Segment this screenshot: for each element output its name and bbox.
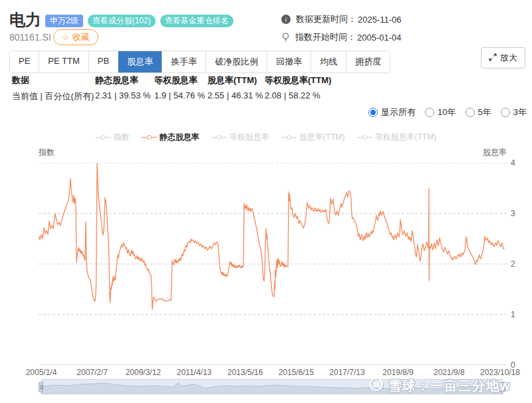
- x-tick-label: 2021/9/8: [434, 368, 465, 377]
- y-tick-label: 2: [511, 259, 515, 269]
- legend-marker-icon: [142, 135, 157, 140]
- x-tick-label: 2011/4/13: [177, 368, 212, 377]
- range-option-10y[interactable]: 10年: [425, 106, 456, 118]
- legend-marker-icon: [211, 135, 227, 140]
- y-tick-label: 1: [511, 310, 515, 319]
- chart-legend: 指数 静态股息率 等权股息率 股息率(TTM) 等权股息率(TTM): [0, 132, 532, 143]
- watermark-text: 雪球：一亩三分地w: [388, 377, 511, 395]
- x-tick-label: 2009/3/12: [126, 368, 161, 377]
- tab-pe[interactable]: PE: [10, 51, 39, 72]
- radio-icon: [368, 108, 378, 117]
- metric-value: 2.55 | 46.31 %: [207, 90, 265, 100]
- x-tick-label: 2015/6/15: [279, 368, 314, 377]
- legend-item-dividend-yield-ttm[interactable]: 股息率(TTM): [281, 132, 345, 143]
- badge-view-constituents[interactable]: 查看成分股(102): [88, 15, 156, 27]
- tab-below-book-ratio[interactable]: 破净股比例: [206, 51, 267, 72]
- range-option-3y[interactable]: 3年: [501, 106, 527, 118]
- chart-plot-area[interactable]: [39, 163, 507, 365]
- index-valuation-page: 电力 申万2级 查看成分股(102) 查看基金重仓排名 801161.SI ☆ …: [0, 0, 532, 403]
- left-axis-caption: 指数: [39, 147, 55, 158]
- data-update-time-value: 2025-11-06: [358, 15, 402, 25]
- x-tick-label: 2005/1/4: [26, 368, 57, 377]
- favorite-button[interactable]: ☆ 收藏: [53, 29, 98, 45]
- tab-dividend-yield[interactable]: 股息率: [118, 51, 162, 72]
- index-start-time-label: 指数开始时间：: [295, 31, 356, 43]
- metric-name: 股息率(TTM): [207, 74, 265, 86]
- index-start-time-value: 2005-01-04: [357, 33, 402, 43]
- expand-icon: [489, 53, 497, 63]
- info-icon: i: [281, 15, 291, 24]
- enlarge-label: 放大: [500, 52, 517, 64]
- legend-item-equal-weight-dividend-yield-ttm[interactable]: 等权股息率(TTM): [357, 132, 437, 143]
- x-tick-label: 2007/2/7: [76, 368, 108, 377]
- legend-marker-icon: [96, 135, 111, 140]
- summary-table: 数据 当前值 | 百分位(所有) 静态股息率 2.31 | 39.53 % 等权…: [12, 74, 344, 102]
- page-title: 电力: [9, 9, 41, 31]
- metric-value: 2.08 | 58.22 %: [265, 90, 344, 100]
- enlarge-button[interactable]: 放大: [481, 47, 525, 68]
- radio-icon: [501, 108, 510, 117]
- range-selector: 显示所有 10年 5年 3年: [368, 106, 527, 118]
- tab-drawdown-rate[interactable]: 回撤率: [267, 51, 311, 72]
- metric-tabbar: PE PE TTM PB 股息率 换手率 破净股比例 回撤率 均线 拥挤度: [9, 51, 390, 73]
- x-tick-label: 2023/10/18: [480, 368, 520, 377]
- favorite-label: 收藏: [72, 31, 90, 43]
- summary-row-header: 数据: [12, 74, 95, 86]
- watermark: 雪球：一亩三分地w: [369, 377, 511, 395]
- summary-row-subheader: 当前值 | 百分位(所有): [12, 90, 95, 102]
- dividend-chart-svg: [39, 163, 507, 365]
- badge-shenwan-level2[interactable]: 申万2级: [45, 15, 83, 27]
- range-option-5y[interactable]: 5年: [466, 106, 491, 118]
- metric-value: 1.9 | 54.76 %: [154, 90, 207, 100]
- legend-item-static-dividend-yield[interactable]: 静态股息率: [142, 132, 200, 143]
- legend-marker-icon: [281, 135, 297, 140]
- bulb-icon: [281, 33, 290, 43]
- star-icon: ☆: [62, 33, 70, 43]
- navigator-left-handle[interactable]: [39, 382, 43, 392]
- info-panel: i 数据更新时间：2025-11-06 指数开始时间：2005-01-04: [281, 13, 402, 49]
- metric-value: 2.31 | 39.53 %: [95, 90, 154, 100]
- radio-icon: [425, 108, 434, 117]
- tab-turnover-rate[interactable]: 换手率: [162, 51, 206, 72]
- tab-crowdedness[interactable]: 拥挤度: [346, 51, 390, 72]
- badge-group: 申万2级 查看成分股(102) 查看基金重仓排名: [45, 15, 233, 27]
- metric-name: 等权股息率: [154, 74, 207, 86]
- legend-item-index[interactable]: 指数: [96, 132, 130, 143]
- range-option-all[interactable]: 显示所有: [368, 106, 416, 118]
- x-tick-label: 2013/5/16: [227, 368, 263, 377]
- x-tick-label: 2019/8/9: [382, 368, 414, 377]
- metric-name: 静态股息率: [95, 74, 154, 86]
- index-code: 801161.SI: [9, 32, 51, 43]
- badge-view-fund-holdings-rank[interactable]: 查看基金重仓排名: [160, 15, 233, 27]
- legend-item-equal-weight-dividend-yield[interactable]: 等权股息率: [211, 132, 269, 143]
- tab-pb[interactable]: PB: [89, 51, 118, 72]
- legend-marker-icon: [357, 135, 372, 140]
- x-tick-label: 2017/7/13: [329, 368, 364, 377]
- radio-icon: [466, 108, 475, 117]
- right-axis-caption: 股息率: [483, 147, 507, 158]
- data-update-time-label: 数据更新时间：: [296, 13, 356, 25]
- tab-pe-ttm[interactable]: PE TTM: [39, 51, 88, 72]
- tab-moving-average[interactable]: 均线: [311, 51, 346, 72]
- y-tick-label: 4: [511, 158, 515, 168]
- xueqiu-snowball-logo-icon: [369, 377, 384, 395]
- y-tick-label: 3: [511, 209, 515, 218]
- metric-name: 等权股息率(TTM): [265, 74, 344, 86]
